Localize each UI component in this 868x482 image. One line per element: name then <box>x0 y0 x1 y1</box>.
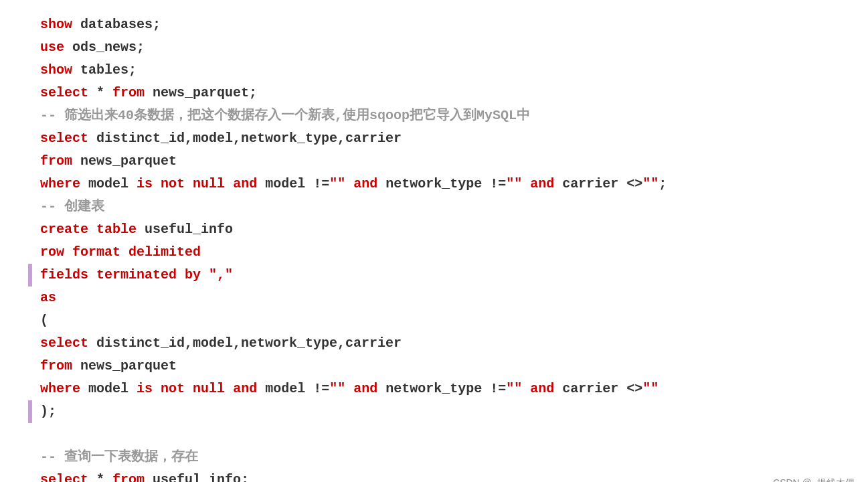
code-line-6: select distinct_id,model,network_type,ca… <box>40 127 855 150</box>
keyword-format: format <box>72 241 120 264</box>
code-line-1: show databases; <box>40 13 855 36</box>
string-6: "" <box>506 378 522 400</box>
keyword-not2: not <box>161 378 185 400</box>
keyword-not1: not <box>161 173 185 195</box>
keyword-where2: where <box>40 378 80 400</box>
keyword-as: as <box>40 287 56 309</box>
keyword-create: create <box>40 218 88 241</box>
keyword-delimited: delimited <box>128 241 201 264</box>
code-line-3: show tables; <box>40 59 855 82</box>
keyword-select4: select <box>40 469 88 482</box>
keyword-is2: is <box>137 378 153 400</box>
string-3: "" <box>642 173 659 195</box>
line-marker-2 <box>28 400 32 423</box>
code-line-16: from news_parquet <box>40 355 855 378</box>
keyword-table: table <box>96 218 137 241</box>
code-line-17: where model is not null and model !="" a… <box>40 378 855 400</box>
keyword-from1: from <box>112 82 145 104</box>
comment-2: -- 创建表 <box>40 195 104 218</box>
keyword-fields: fields <box>40 264 88 287</box>
string-1: "" <box>329 173 345 195</box>
keyword-show2: show <box>40 59 72 82</box>
keyword-from2: from <box>40 150 72 173</box>
keyword-row: row <box>40 241 64 264</box>
code-line-15: select distinct_id,model,network_type,ca… <box>40 332 855 355</box>
code-line-8: where model is not null and model !="" a… <box>40 173 855 195</box>
code-line-14: ( <box>40 309 855 332</box>
keyword-from3: from <box>40 355 72 378</box>
code-line-4: select * from news_parquet; <box>40 82 855 104</box>
comment-3: -- 查询一下表数据，存在 <box>40 446 198 469</box>
watermark: CSDN @~提线木偶 <box>773 475 855 482</box>
code-line-12: fields terminated by "," <box>40 264 855 287</box>
keyword-and3: and <box>530 173 554 195</box>
code-line-20: -- 查询一下表数据，存在 <box>40 446 855 469</box>
string-7: "" <box>642 378 659 400</box>
paren-open: ( <box>40 309 48 332</box>
paren-close: ); <box>40 400 56 423</box>
code-line-7: from news_parquet <box>40 150 855 173</box>
code-line-21: select * from useful_info; <box>40 469 855 482</box>
keyword-from4: from <box>112 469 145 482</box>
keyword-select3: select <box>40 332 88 355</box>
keyword-is1: is <box>137 173 153 195</box>
keyword-and4: and <box>233 378 257 400</box>
keyword-select1: select <box>40 82 88 104</box>
code-line-19 <box>40 423 855 446</box>
code-line-2: use ods_news; <box>40 36 855 59</box>
keyword-null2: null <box>193 378 225 400</box>
code-line-9: -- 创建表 <box>40 195 855 218</box>
keyword-and2: and <box>353 173 377 195</box>
keyword-terminated: terminated <box>96 264 177 287</box>
string-2: "" <box>506 173 522 195</box>
string-4: "," <box>209 264 233 287</box>
keyword-and6: and <box>530 378 554 400</box>
keyword-by: by <box>185 264 201 287</box>
keyword-select2: select <box>40 127 88 150</box>
code-line-13: as <box>40 287 855 309</box>
code-line-18: ); <box>40 400 855 423</box>
code-line-10: create table useful_info <box>40 218 855 241</box>
code-line-11: row format delimited <box>40 241 855 264</box>
keyword-and5: and <box>353 378 377 400</box>
keyword-use: use <box>40 36 64 59</box>
line-marker-1 <box>28 264 32 287</box>
comment-1: -- 筛选出来40条数据，把这个数据存入一个新表,使用sqoop把它导入到MyS… <box>40 104 530 127</box>
keyword-where1: where <box>40 173 80 195</box>
keyword-null1: null <box>193 173 225 195</box>
keyword-and1: and <box>233 173 257 195</box>
code-line-5: -- 筛选出来40条数据，把这个数据存入一个新表,使用sqoop把它导入到MyS… <box>40 104 855 127</box>
string-5: "" <box>329 378 345 400</box>
code-editor: show databases; use ods_news; show table… <box>0 7 868 482</box>
keyword-show: show <box>40 13 72 36</box>
